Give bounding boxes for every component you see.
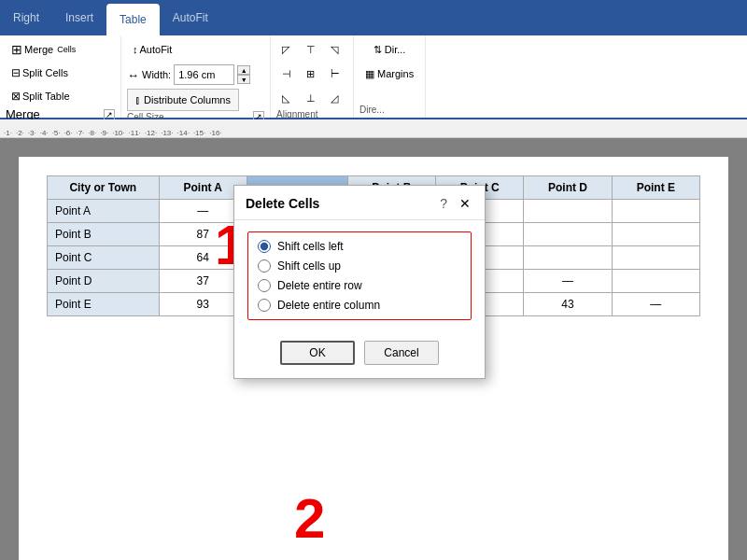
shift-left-radio[interactable] <box>258 240 271 253</box>
autofit-button[interactable]: ↕ AutoFit <box>127 38 177 61</box>
annotation-label-2: 2 <box>294 486 325 551</box>
split-table-button[interactable]: ⊠ Split Table <box>6 85 81 107</box>
align-center-button[interactable]: ⊞ <box>301 63 323 85</box>
align-center-left-button[interactable]: ⊣ <box>276 63 299 85</box>
direction-label: Dire... <box>359 105 385 115</box>
dialog-title-bar: Delete Cells ? ✕ <box>234 186 485 220</box>
delete-options-group: Shift cells left Shift cells up Delete e… <box>247 231 472 320</box>
width-down-button[interactable]: ▼ <box>237 75 250 84</box>
align-bottom-right-button[interactable]: ◿ <box>325 87 347 109</box>
autofit-icon: ↕ <box>133 44 138 55</box>
delete-cells-dialog: Delete Cells ? ✕ Shift cells left Shift … <box>233 185 486 379</box>
merge-group: ⊞ MergeCells ⊟ Split Cells ⊠ Split Table… <box>0 35 121 118</box>
split-table-icon: ⊠ <box>11 90 21 103</box>
ok-button[interactable]: OK <box>280 341 355 365</box>
document-area: City or Town Point A Point B Point C Poi… <box>0 138 747 560</box>
delete-col-option[interactable]: Delete entire column <box>258 299 461 312</box>
width-input[interactable] <box>174 64 234 85</box>
dialog-title: Delete Cells <box>246 196 319 211</box>
tab-bar: Right Insert Table AutoFit <box>0 0 747 35</box>
alignment-label: Alignment <box>276 109 317 119</box>
delete-row-radio[interactable] <box>258 279 271 292</box>
ruler: ·1· ·2· ·3· ·4· ·5· ·6· ·7· ·8· ·9· ·10·… <box>0 119 747 138</box>
tab-right[interactable]: Right <box>0 0 52 35</box>
text-direction-button[interactable]: ⇅ Dir... <box>368 38 412 61</box>
shift-up-radio[interactable] <box>258 259 271 273</box>
tab-table[interactable]: Table <box>106 4 160 35</box>
align-top-right-button[interactable]: ◹ <box>325 38 347 61</box>
col-header-pointd: Point D <box>524 176 612 200</box>
align-bottom-left-button[interactable]: ◺ <box>276 87 299 109</box>
dialog-close-button[interactable]: ✕ <box>455 193 475 214</box>
merge-launcher[interactable]: ↗ <box>104 109 115 120</box>
tab-insert[interactable]: Insert <box>52 0 106 35</box>
width-arrow-icon: ↔ <box>127 68 139 82</box>
merge-cells-button[interactable]: ⊞ MergeCells <box>6 38 81 61</box>
width-up-button[interactable]: ▲ <box>237 65 250 75</box>
distribute-cols-icon: ⫿ <box>135 94 141 105</box>
width-spinner: ▲ ▼ <box>237 65 250 84</box>
dialog-body: Shift cells left Shift cells up Delete e… <box>234 220 485 331</box>
document-page: City or Town Point A Point B Point C Poi… <box>19 157 728 560</box>
distribute-columns-button[interactable]: ⫿ Distribute Columns <box>127 89 239 111</box>
merge-icon: ⊞ <box>11 42 22 57</box>
split-cells-button[interactable]: ⊟ Split Cells <box>6 62 81 84</box>
col-header-pointe: Point E <box>612 176 699 200</box>
shift-up-option[interactable]: Shift cells up <box>258 259 461 273</box>
align-bottom-center-button[interactable]: ⊥ <box>301 87 323 109</box>
align-top-left-button[interactable]: ◸ <box>276 38 299 61</box>
dialog-footer: OK Cancel <box>234 331 485 378</box>
col-header-city: City or Town <box>48 176 160 200</box>
split-cells-icon: ⊟ <box>11 66 21 79</box>
shift-left-option[interactable]: Shift cells left <box>258 240 461 253</box>
tab-autofit[interactable]: AutoFit <box>160 0 221 35</box>
direction-group: ⇅ Dir... ▦ Margins Dire... <box>354 35 426 118</box>
width-row: ↔ Width: ▲ ▼ <box>127 64 250 85</box>
alignment-group: ◸ ⊤ ◹ ⊣ ⊞ ⊢ ◺ ⊥ ◿ Alignment <box>271 35 354 118</box>
width-label: Width: <box>142 69 171 80</box>
cell-size-group: ↕ AutoFit ↔ Width: ▲ ▼ ⫿ Distribute Colu… <box>121 35 271 118</box>
align-top-center-button[interactable]: ⊤ <box>301 38 323 61</box>
cancel-button[interactable]: Cancel <box>364 341 439 365</box>
margins-button[interactable]: ▦ Margins <box>359 63 419 85</box>
align-center-right-button[interactable]: ⊢ <box>325 63 347 85</box>
autofit-row: ↕ AutoFit <box>127 38 177 61</box>
delete-row-option[interactable]: Delete entire row <box>258 279 461 292</box>
delete-col-radio[interactable] <box>258 299 271 312</box>
ribbon: ⊞ MergeCells ⊟ Split Cells ⊠ Split Table… <box>0 35 747 119</box>
dialog-help-button[interactable]: ? <box>440 196 447 211</box>
